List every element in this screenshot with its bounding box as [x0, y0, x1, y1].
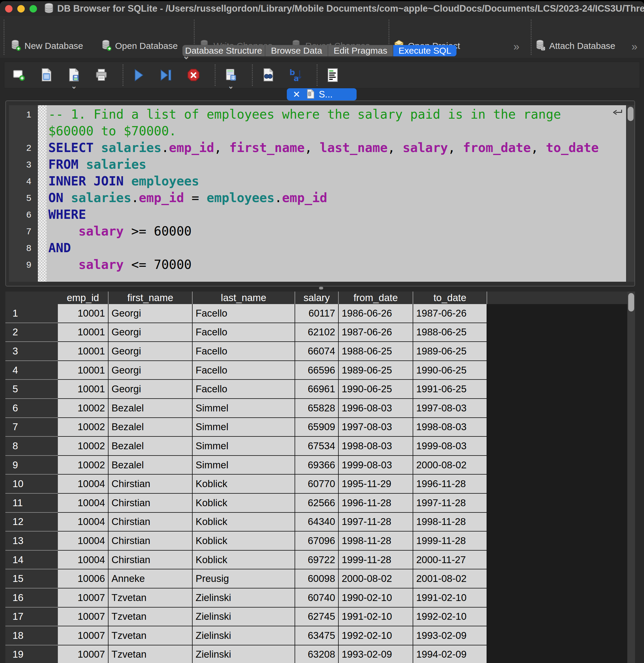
toolbar-overflow-icon[interactable]: » — [513, 41, 518, 53]
cell-first_name[interactable]: Bezalel — [109, 456, 192, 475]
cell-emp_id[interactable]: 10007 — [58, 626, 109, 645]
cell-first_name[interactable]: Tzvetan — [109, 626, 192, 645]
sql-file-tab[interactable]: ✕ S... — [287, 88, 356, 100]
cell-first_name[interactable]: Bezalel — [109, 437, 192, 456]
cell-emp_id[interactable]: 10004 — [58, 551, 109, 570]
cell-salary[interactable]: 60770 — [295, 475, 339, 494]
cell-first_name[interactable]: Georgi — [109, 342, 192, 361]
cell-last_name[interactable]: Facello — [192, 342, 295, 361]
cell-last_name[interactable]: Simmel — [192, 437, 295, 456]
close-sql-tab-icon[interactable]: ✕ — [293, 89, 300, 99]
cell-last_name[interactable]: Simmel — [192, 399, 295, 418]
cell-from_date[interactable]: 1991-02-10 — [339, 608, 413, 626]
cell-first_name[interactable]: Tzvetan — [109, 608, 192, 626]
column-header-last_name[interactable]: last_name — [192, 292, 295, 304]
cell-to_date[interactable]: 1994-02-09 — [413, 645, 487, 663]
cell-to_date[interactable]: 1996-11-28 — [413, 475, 487, 494]
results-scrollbar-thumb[interactable] — [628, 293, 634, 312]
cell-emp_id[interactable]: 10001 — [58, 304, 109, 323]
cell-last_name[interactable]: Zielinski — [192, 589, 295, 608]
row-number-cell[interactable]: 2 — [5, 323, 58, 342]
cell-salary[interactable]: 69366 — [295, 456, 339, 475]
splitter-handle[interactable] — [319, 287, 323, 290]
cell-to_date[interactable]: 1998-11-28 — [413, 513, 487, 532]
attach-database-button[interactable]: Attach Database — [535, 38, 615, 54]
cell-salary[interactable]: 60740 — [295, 589, 339, 608]
close-button[interactable] — [5, 5, 13, 13]
cell-from_date[interactable]: 1990-06-25 — [339, 380, 413, 399]
row-number-cell[interactable]: 5 — [5, 380, 58, 399]
column-header-emp_id[interactable]: emp_id — [58, 292, 109, 304]
cell-salary[interactable]: 62102 — [295, 323, 339, 342]
cell-first_name[interactable]: Georgi — [109, 361, 192, 380]
execute-all-icon[interactable] — [131, 68, 146, 83]
cell-salary[interactable]: 66596 — [295, 361, 339, 380]
cell-emp_id[interactable]: 10001 — [58, 361, 109, 380]
editor-scrollbar[interactable] — [627, 105, 635, 282]
row-number-cell[interactable]: 1 — [5, 304, 58, 323]
row-number-cell[interactable]: 9 — [5, 456, 58, 475]
tab-edit-pragmas[interactable]: Edit Pragmas — [328, 45, 393, 56]
new-database-button[interactable]: New Database — [11, 38, 83, 54]
dropdown-chevron-icon[interactable]: ⌄ — [71, 84, 77, 89]
cell-to_date[interactable]: 1999-11-28 — [413, 531, 487, 551]
cell-salary[interactable]: 65909 — [295, 418, 339, 437]
column-header-first_name[interactable]: first_name — [109, 292, 192, 304]
cell-from_date[interactable]: 1988-06-25 — [339, 342, 413, 361]
cell-to_date[interactable]: 1993-02-09 — [413, 626, 487, 645]
cell-from_date[interactable]: 1993-02-09 — [339, 645, 413, 663]
new-sql-tab-icon[interactable] — [12, 68, 26, 83]
row-number-cell[interactable]: 12 — [5, 513, 58, 532]
cell-salary[interactable]: 62566 — [295, 494, 339, 513]
find-replace-icon[interactable] — [260, 68, 275, 83]
cell-emp_id[interactable]: 10007 — [58, 608, 109, 626]
cell-last_name[interactable]: Facello — [192, 323, 295, 342]
cell-from_date[interactable]: 1995-11-29 — [339, 475, 413, 494]
cell-from_date[interactable]: 1999-08-03 — [339, 456, 413, 475]
cell-last_name[interactable]: Koblick — [192, 494, 295, 513]
cell-salary[interactable]: 62745 — [295, 608, 339, 626]
open-sql-file-icon[interactable] — [39, 68, 54, 83]
cell-emp_id[interactable]: 10006 — [58, 569, 109, 589]
cell-from_date[interactable]: 1989-06-25 — [339, 361, 413, 380]
cell-first_name[interactable]: Chirstian — [109, 475, 192, 494]
cell-first_name[interactable]: Chirstian — [109, 513, 192, 532]
column-header-from_date[interactable]: from_date — [339, 292, 413, 304]
cell-first_name[interactable]: Bezalel — [109, 399, 192, 418]
cell-to_date[interactable]: 1990-06-25 — [413, 361, 487, 380]
print-icon[interactable] — [94, 68, 109, 83]
cell-from_date[interactable]: 1997-08-03 — [339, 418, 413, 437]
cell-to_date[interactable]: 1987-06-26 — [413, 304, 487, 323]
row-number-cell[interactable]: 15 — [5, 569, 58, 589]
cell-to_date[interactable]: 1991-06-25 — [413, 380, 487, 399]
column-header-to_date[interactable]: to_date — [413, 292, 487, 304]
cell-salary[interactable]: 67096 — [295, 531, 339, 551]
stop-icon[interactable] — [186, 68, 201, 83]
cell-emp_id[interactable]: 10004 — [58, 475, 109, 494]
cell-emp_id[interactable]: 10002 — [58, 399, 109, 418]
cell-emp_id[interactable]: 10004 — [58, 531, 109, 551]
open-database-button[interactable]: Open Database — [101, 38, 178, 54]
cell-to_date[interactable]: 1992-02-10 — [413, 608, 487, 626]
cell-to_date[interactable]: 1988-06-25 — [413, 323, 487, 342]
row-number-cell[interactable]: 8 — [5, 437, 58, 456]
zoom-button[interactable] — [29, 5, 37, 13]
cell-salary[interactable]: 65828 — [295, 399, 339, 418]
cell-first_name[interactable]: Georgi — [109, 380, 192, 399]
cell-salary[interactable]: 60098 — [295, 569, 339, 589]
execute-current-line-icon[interactable] — [159, 68, 174, 83]
toolbar-overflow-icon[interactable]: » — [631, 41, 636, 53]
cell-from_date[interactable]: 1996-11-28 — [339, 494, 413, 513]
header-corner-cell[interactable] — [5, 292, 58, 304]
cell-first_name[interactable]: Chirstian — [109, 551, 192, 570]
row-number-cell[interactable]: 3 — [5, 342, 58, 361]
row-number-cell[interactable]: 19 — [5, 645, 58, 663]
cell-salary[interactable]: 66961 — [295, 380, 339, 399]
cell-salary[interactable]: 63208 — [295, 645, 339, 663]
row-number-cell[interactable]: 11 — [5, 494, 58, 513]
row-number-cell[interactable]: 16 — [5, 589, 58, 608]
cell-emp_id[interactable]: 10004 — [58, 513, 109, 532]
results-scrollbar[interactable] — [627, 292, 635, 663]
tab-database-structure[interactable]: Database Structure — [182, 45, 266, 56]
cell-last_name[interactable]: Zielinski — [192, 626, 295, 645]
